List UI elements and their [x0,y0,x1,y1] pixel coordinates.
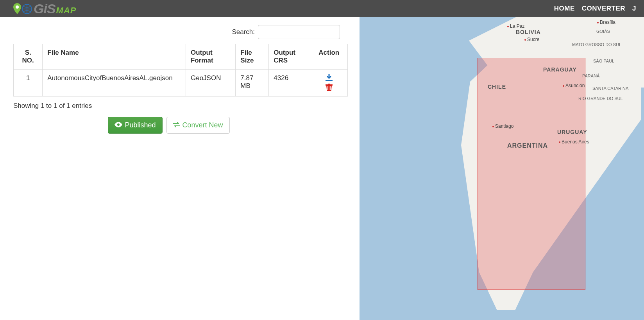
table-row: 1 AutonomousCityofBuenosAiresAL.geojson … [14,70,348,97]
nav-home[interactable]: HOME [554,5,575,13]
svg-rect-4 [328,84,330,85]
search-row: Search: [13,25,348,39]
search-input[interactable] [258,25,340,39]
map-label-parana: PARANÁ [582,73,599,78]
nav-converter[interactable]: CONVERTER [582,5,625,13]
map-panel[interactable]: La Paz BOLIVIA Sucre Brasília GOIÁS MATO… [360,17,644,320]
map-label-paraguay: PARAGUAY [543,66,577,73]
files-table: S. NO. File Name Output Format File Size… [13,44,348,97]
topbar: GiS MAP HOME CONVERTER J [0,0,644,17]
pin-icon [13,3,21,17]
eye-icon [114,121,122,129]
table-header-row: S. NO. File Name Output Format File Size… [14,44,348,70]
published-label: Published [125,121,156,129]
map-label-rio-grande: RIO GRANDE DO SUL [578,96,614,101]
map-label-asuncion: Asunción [563,83,585,88]
map-label-mato-grosso: MATO GROSSO DO SUL [572,42,599,47]
col-output-format[interactable]: Output Format [186,44,235,70]
map-label-bolivia: BOLIVIA [516,29,541,35]
cell-sno: 1 [14,70,43,97]
globe-icon [22,4,32,17]
cell-file-size: 7.87 MB [236,70,269,97]
col-filename[interactable]: File Name [43,44,186,70]
col-file-size[interactable]: File Size [236,44,269,70]
left-panel: Search: S. NO. File Name Output Format F… [0,17,360,320]
map-label-sucre: Sucre [524,37,539,42]
published-button[interactable]: Published [108,117,162,134]
map-label-santiago: Santiago [492,123,513,129]
cell-action [310,70,348,97]
logo-gis: GiS [34,1,55,16]
map-label-argentina: ARGENTINA [507,142,548,149]
delete-icon[interactable] [326,84,333,91]
svg-point-8 [117,123,120,126]
exchange-icon [173,121,180,129]
svg-rect-5 [327,86,328,90]
cell-output-crs: 4326 [269,70,310,97]
logo-map: MAP [56,5,77,16]
nav: HOME CONVERTER J [554,5,636,13]
map-label-santa-catarina: SANTA CATARINA [592,86,620,91]
table-status: Showing 1 to 1 of 1 entries [13,102,348,110]
map-label-brasilia: Brasília [597,20,615,25]
convert-new-label: Convert New [182,121,223,129]
col-sno[interactable]: S. NO. [14,44,43,70]
map-label-sao-paul: SÃO PAUL [593,59,614,63]
main: Search: S. NO. File Name Output Format F… [0,17,644,320]
svg-point-0 [16,5,19,9]
map-label-la-paz: La Paz [507,23,524,29]
col-output-crs[interactable]: Output CRS [269,44,310,70]
col-action[interactable]: Action [310,44,348,70]
nav-j[interactable]: J [632,5,636,13]
cell-filename: AutonomousCityofBuenosAiresAL.geojson [43,70,186,97]
download-icon[interactable] [325,74,333,81]
svg-rect-7 [330,86,331,90]
svg-rect-2 [326,80,333,81]
svg-rect-6 [329,86,329,90]
search-label: Search: [232,28,255,36]
map-label-buenos-aires: Buenos Aires [559,139,589,145]
map-selection-overlay [478,58,585,290]
cell-output-format: GeoJSON [186,70,235,97]
convert-new-button[interactable]: Convert New [166,117,230,134]
map-label-uruguay: URUGUAY [557,129,587,135]
logo[interactable]: GiS MAP [13,1,76,16]
button-row: Published Convert New [2,117,336,134]
map-label-chile: CHILE [488,84,506,90]
map-label-goias: GOIÁS [596,29,610,34]
